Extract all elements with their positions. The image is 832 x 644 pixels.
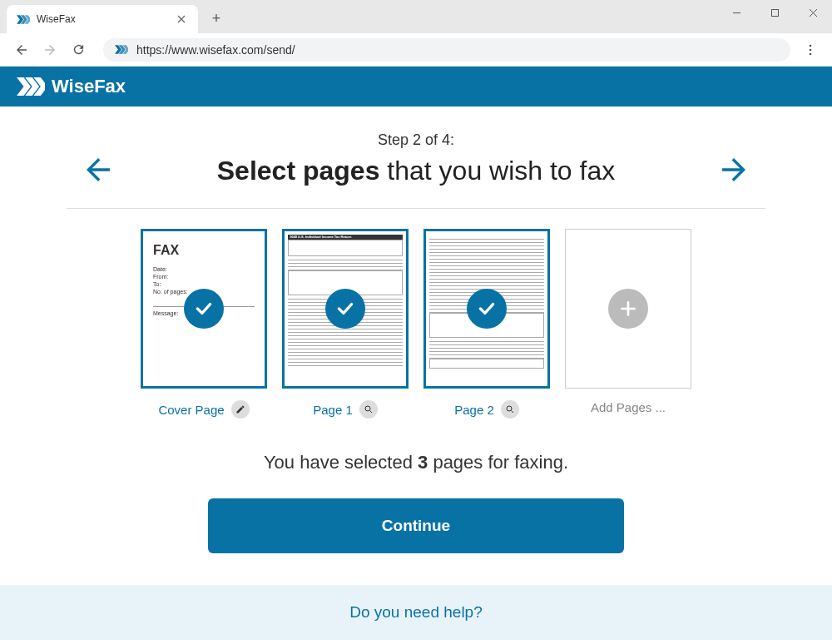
- divider: [67, 208, 765, 209]
- next-step-button[interactable]: [711, 147, 756, 196]
- app-header: WiseFax: [0, 67, 832, 107]
- zoom-page-1-button[interactable]: [359, 400, 378, 419]
- page-2-text[interactable]: Page 2: [454, 403, 494, 417]
- wisefax-favicon: [17, 12, 30, 26]
- page-viewport: WiseFax Step 2 of 4: Select pages that y…: [0, 67, 832, 644]
- page-item-1: 1040 U.S. Individual Income Tax Return: [282, 229, 409, 419]
- cover-title: FAX: [153, 243, 255, 258]
- svg-point-5: [507, 406, 512, 411]
- step-indicator: Step 2 of 4:: [0, 131, 832, 149]
- selected-check-icon: [467, 289, 507, 329]
- edit-cover-button[interactable]: [231, 400, 250, 419]
- page-label-cover: Cover Page: [158, 400, 249, 419]
- tab-title: WiseFax: [37, 13, 175, 25]
- thumbnail-cover[interactable]: FAX Date: From: To: No. of pages: Messag…: [141, 229, 267, 389]
- cover-page-text[interactable]: Cover Page: [158, 403, 224, 417]
- thumbnail-page-1[interactable]: 1040 U.S. Individual Income Tax Return: [282, 229, 409, 389]
- pencil-icon: [235, 404, 245, 414]
- page-label-1: Page 1: [313, 400, 378, 419]
- wisefax-logo-icon: [17, 77, 45, 96]
- selection-summary: You have selected 3 pages for faxing.: [0, 452, 832, 473]
- page-item-2: Page 2: [423, 229, 550, 419]
- titlebar: WiseFax +: [0, 0, 832, 33]
- svg-point-3: [810, 52, 812, 55]
- add-pages-icon: [608, 289, 648, 329]
- brand-name: WiseFax: [52, 76, 126, 97]
- new-tab-button[interactable]: +: [206, 8, 226, 28]
- page-title-strong: Select pages: [217, 156, 380, 186]
- page-label-2: Page 2: [454, 400, 519, 419]
- page-item-add: Add Pages ...: [565, 229, 691, 419]
- svg-point-1: [810, 44, 812, 47]
- thumbnail-add-pages[interactable]: [565, 229, 691, 389]
- help-link[interactable]: Do you need help?: [0, 585, 832, 640]
- page-1-text[interactable]: Page 1: [313, 403, 353, 417]
- main-content: Step 2 of 4: Select pages that you wish …: [0, 107, 832, 640]
- title-row: Select pages that you wish to fax: [62, 156, 770, 186]
- plus-icon: [617, 298, 639, 320]
- close-window-button[interactable]: [794, 0, 832, 25]
- browser-menu-button[interactable]: [799, 38, 822, 62]
- reload-button[interactable]: [67, 38, 90, 62]
- window-controls: [717, 0, 832, 25]
- wisefax-logo[interactable]: WiseFax: [17, 76, 126, 97]
- magnifier-icon: [364, 404, 374, 414]
- browser-tab[interactable]: WiseFax: [7, 5, 198, 33]
- back-button[interactable]: [10, 38, 33, 62]
- continue-button[interactable]: Continue: [208, 498, 624, 553]
- page-item-cover: FAX Date: From: To: No. of pages: Messag…: [141, 229, 267, 419]
- svg-rect-0: [771, 9, 778, 16]
- svg-point-2: [810, 48, 812, 51]
- maximize-button[interactable]: [755, 0, 794, 25]
- selected-check-icon: [325, 289, 365, 329]
- previous-step-button[interactable]: [76, 147, 121, 196]
- browser-toolbar: https://www.wisefax.com/send/: [0, 33, 832, 67]
- add-pages-label[interactable]: Add Pages ...: [591, 400, 666, 414]
- page-title-rest: that you wish to fax: [379, 156, 615, 186]
- page-thumbnails: FAX Date: From: To: No. of pages: Messag…: [0, 229, 832, 419]
- address-favicon: [115, 45, 128, 54]
- svg-point-4: [365, 406, 370, 411]
- url-text: https://www.wisefax.com/send/: [136, 43, 295, 57]
- forward-button[interactable]: [38, 38, 62, 62]
- address-bar[interactable]: https://www.wisefax.com/send/: [103, 38, 790, 62]
- selected-check-icon: [184, 289, 224, 329]
- zoom-page-2-button[interactable]: [501, 400, 519, 419]
- thumbnail-page-2[interactable]: [423, 229, 550, 389]
- page-title: Select pages that you wish to fax: [217, 156, 615, 186]
- magnifier-icon: [505, 404, 515, 414]
- minimize-button[interactable]: [717, 0, 755, 25]
- tab-close-button[interactable]: [175, 12, 188, 26]
- browser-chrome: WiseFax +: [0, 0, 832, 67]
